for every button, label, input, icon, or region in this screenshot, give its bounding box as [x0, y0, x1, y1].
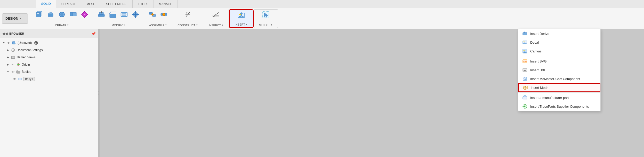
tree-item-bodies[interactable]: ▼ 👁 Bodies — [0, 68, 98, 75]
origin-arrow[interactable]: ▶ — [6, 63, 10, 66]
browser-collapse-btn[interactable]: ◀◀ — [2, 32, 8, 36]
menu-item-insert-svg[interactable]: SVG Insert SVG — [518, 57, 600, 66]
select-label: SELECT — [259, 23, 270, 27]
named-views-arrow[interactable]: ▶ — [6, 56, 10, 59]
design-dropdown-arrow: ▼ — [19, 17, 21, 20]
svg-point-7 — [61, 12, 63, 17]
assemble-arrow: ▼ — [165, 24, 167, 26]
svg-point-80 — [524, 106, 525, 107]
tab-sheet-metal[interactable]: SHEET METAL — [101, 0, 133, 8]
tree-item-doc-settings[interactable]: ▶ Document Settings — [0, 46, 98, 54]
create-icons — [34, 9, 90, 20]
decal-icon — [522, 40, 528, 45]
insert-derive-label: Insert Derive — [530, 32, 549, 36]
new-component-btn[interactable] — [34, 9, 44, 20]
browser-panel: ◀◀ BROWSER 📌 ▼ 👁 (Unsaved) — [0, 29, 98, 157]
tab-surface[interactable]: SURFACE — [56, 0, 82, 8]
tree-item-body1[interactable]: 👁 Body1 — [0, 75, 98, 83]
bodies-arrow[interactable]: ▼ — [6, 70, 10, 74]
menu-item-decal[interactable]: Decal — [518, 38, 600, 47]
tree-item-origin[interactable]: ▶ 👁 Origin — [0, 61, 98, 68]
doc-settings-arrow[interactable]: ▶ — [6, 48, 10, 52]
insert-label: INSERT — [235, 23, 245, 26]
menu-item-insert-derive[interactable]: Insert Derive — [518, 29, 600, 38]
create-label-btn[interactable]: CREATE ▼ — [53, 23, 71, 28]
svg-rect-52 — [17, 71, 20, 73]
insert-svg-label: Insert SVG — [530, 59, 547, 63]
named-views-label: Named Views — [17, 56, 36, 59]
named-views-icon — [11, 55, 15, 60]
svg-rect-36 — [214, 15, 219, 17]
construct-label: CONSTRUCT — [178, 24, 195, 27]
insert-manufacturer-icon — [522, 95, 528, 100]
design-button[interactable]: DESIGN ▼ — [2, 13, 28, 24]
svg-point-27 — [151, 13, 154, 15]
construct-arrow: ▼ — [196, 24, 198, 26]
joint-origin-btn[interactable] — [159, 9, 169, 20]
browser-title: BROWSER — [9, 32, 90, 35]
measure-btn[interactable] — [211, 9, 221, 20]
shell-btn[interactable] — [119, 9, 129, 20]
resize-dots — [99, 91, 99, 95]
browser-tree: ▼ 👁 (Unsaved) ▶ — [0, 38, 98, 157]
assemble-label-btn[interactable]: ASSEMBLE ▼ — [147, 23, 169, 28]
insert-image-btn[interactable] — [236, 10, 246, 20]
inspect-arrow: ▼ — [221, 24, 223, 26]
modify-label: MODIFY — [112, 24, 123, 27]
construct-label-btn[interactable]: CONSTRUCT ▼ — [175, 23, 200, 28]
tab-tools[interactable]: TOOLS — [133, 0, 154, 8]
inspect-label: INSPECT — [208, 24, 221, 27]
origin-visibility-eye[interactable]: 👁 — [11, 62, 15, 67]
assemble-group: ASSEMBLE ▼ — [144, 9, 172, 28]
unsaved-record-btn[interactable] — [34, 41, 38, 45]
tab-bar: SOLID SURFACE MESH SHEET METAL TOOLS MAN… — [0, 0, 644, 8]
tree-item-named-views[interactable]: ▶ Named Views — [0, 54, 98, 61]
joint-btn[interactable] — [147, 9, 158, 20]
revolve-btn[interactable] — [57, 9, 67, 20]
insert-traceparts-icon — [522, 104, 528, 109]
modify-label-btn[interactable]: MODIFY ▼ — [110, 23, 127, 28]
unsaved-expand-arrow[interactable]: ▼ — [2, 41, 6, 45]
menu-item-insert-traceparts[interactable]: Insert TraceParts Supplier Components — [518, 102, 600, 111]
select-icons — [261, 10, 271, 20]
create-group: CREATE ▼ — [31, 9, 93, 28]
menu-item-insert-dxf[interactable]: DXF Insert DXF — [518, 66, 600, 74]
svg-text:DXF: DXF — [523, 70, 526, 71]
bodies-folder-icon — [16, 69, 21, 74]
tab-mesh[interactable]: MESH — [81, 0, 101, 8]
midplane-btn[interactable] — [183, 9, 193, 20]
bodies-label: Bodies — [22, 70, 31, 74]
svg-marker-24 — [138, 14, 139, 15]
browser-pin-btn[interactable]: 📌 — [91, 32, 96, 36]
menu-item-insert-manufacturer[interactable]: Insert a manufacturer part — [518, 93, 600, 102]
press-pull-btn[interactable] — [96, 9, 107, 20]
assemble-icons — [147, 9, 169, 20]
body1-badge: Body1 — [23, 77, 35, 81]
select-label-btn[interactable]: SELECT ▼ — [257, 22, 275, 28]
decal-label: Decal — [530, 41, 539, 44]
inspect-label-btn[interactable]: INSPECT ▼ — [206, 23, 226, 28]
insert-label-btn[interactable]: INSERT ▼ — [233, 22, 250, 27]
move-btn[interactable] — [130, 9, 141, 20]
menu-item-canvas[interactable]: Canvas — [518, 47, 600, 56]
select-btn[interactable] — [261, 10, 271, 20]
component-bodies-btn[interactable] — [68, 9, 78, 20]
tab-solid[interactable]: SOLID — [36, 0, 56, 8]
menu-item-insert-mcmaster[interactable]: Insert McMaster-Carr Component — [518, 74, 600, 83]
tree-item-unsaved[interactable]: ▼ 👁 (Unsaved) — [0, 39, 98, 46]
feature-btn[interactable] — [79, 9, 90, 20]
svg-rect-17 — [122, 13, 126, 15]
modify-group: MODIFY ▼ — [93, 9, 144, 28]
svg-rect-53 — [17, 70, 18, 71]
insert-dxf-icon: DXF — [522, 67, 528, 73]
body1-visibility-eye[interactable]: 👁 — [12, 77, 17, 81]
insert-manufacturer-label: Insert a manufacturer part — [530, 96, 569, 100]
unsaved-label: (Unsaved) — [18, 41, 32, 45]
menu-item-insert-mesh[interactable]: Insert Mesh — [518, 83, 600, 92]
bodies-visibility-eye[interactable]: 👁 — [11, 70, 15, 74]
extrude-btn[interactable] — [45, 9, 56, 20]
select-group: SELECT ▼ — [254, 9, 278, 28]
fillet-btn[interactable] — [108, 9, 118, 20]
unsaved-visibility-eye[interactable]: 👁 — [7, 41, 11, 45]
tab-manage[interactable]: MANAGE — [154, 0, 178, 8]
